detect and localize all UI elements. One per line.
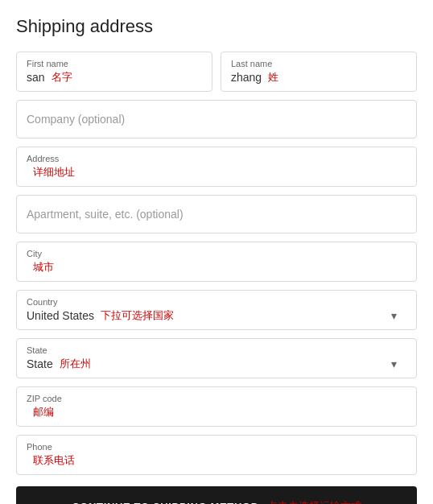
company-input[interactable] xyxy=(27,113,406,126)
state-field[interactable]: State State 所在州 ▾ xyxy=(16,338,417,378)
state-value: State xyxy=(27,357,53,370)
phone-label: Phone xyxy=(27,442,406,452)
last-name-value: zhang xyxy=(231,71,262,84)
address-label: Address xyxy=(27,154,406,163)
country-dropdown-icon: ▾ xyxy=(391,309,397,322)
address-annotation: 详细地址 xyxy=(33,165,75,180)
state-dropdown-icon: ▾ xyxy=(391,357,397,370)
city-field[interactable]: City 城市 xyxy=(16,242,417,282)
country-field[interactable]: Country United States 下拉可选择国家 ▾ xyxy=(16,290,417,330)
phone-field[interactable]: Phone 联系电话 xyxy=(16,435,417,475)
address-field[interactable]: Address 详细地址 xyxy=(16,147,417,187)
country-label: Country xyxy=(27,297,406,307)
last-name-field[interactable]: Last name zhang 姓 xyxy=(221,52,417,92)
last-name-annotation: 姓 xyxy=(268,70,278,85)
state-label: State xyxy=(27,345,406,355)
country-annotation: 下拉可选择国家 xyxy=(101,308,174,323)
first-name-value: san xyxy=(27,71,45,84)
continue-button[interactable]: CONTINUE TO SHIPPING METHOD 点击去选择运输方式 xyxy=(16,486,417,504)
phone-annotation: 联系电话 xyxy=(33,453,75,468)
city-annotation: 城市 xyxy=(33,260,54,275)
first-name-label: First name xyxy=(27,59,202,68)
apartment-field[interactable] xyxy=(16,195,417,233)
first-name-annotation: 名字 xyxy=(52,70,72,85)
zip-field[interactable]: ZIP code 邮编 xyxy=(16,386,417,427)
country-value: United States xyxy=(27,309,94,322)
page-title: Shipping address xyxy=(16,16,417,37)
continue-annotation: 点击去选择运输方式 xyxy=(267,499,361,504)
continue-label: CONTINUE TO SHIPPING METHOD xyxy=(72,501,259,505)
zip-annotation: 邮编 xyxy=(33,405,54,419)
state-annotation: 所在州 xyxy=(60,357,91,371)
zip-label: ZIP code xyxy=(27,394,406,403)
company-field[interactable] xyxy=(16,100,417,138)
first-name-field[interactable]: First name san 名字 xyxy=(16,52,212,92)
city-label: City xyxy=(27,249,406,258)
last-name-label: Last name xyxy=(231,59,406,68)
apartment-input[interactable] xyxy=(27,208,406,221)
